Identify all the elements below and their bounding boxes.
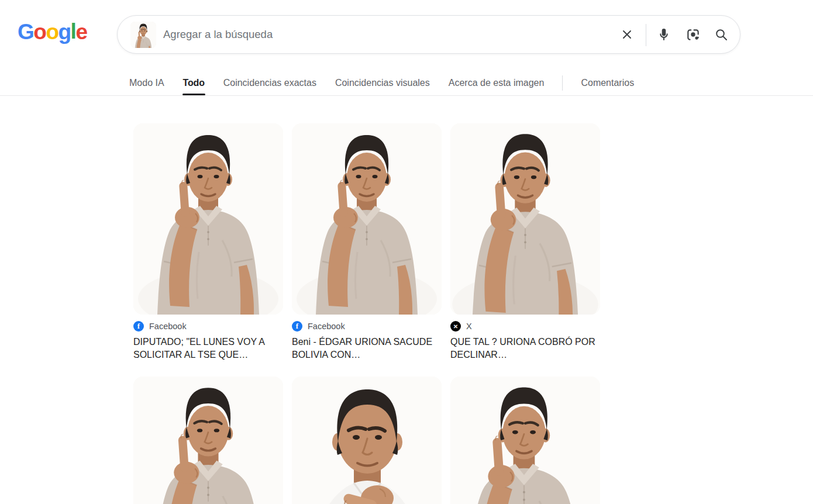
x-icon: ✕ [450, 321, 461, 332]
result-title[interactable]: QUE TAL ? URIONA COBRÓ POR DECLINAR… [450, 336, 600, 361]
tab-acerca-de-esta-imagen[interactable]: Acerca de esta imagen [448, 77, 545, 89]
result-source[interactable]: f Facebook [133, 321, 283, 332]
result-source-name: Facebook [308, 322, 345, 331]
facebook-icon: f [292, 321, 302, 332]
logo-letter: e [75, 20, 87, 44]
google-lens-results-page: Google [0, 0, 813, 504]
result-image[interactable] [450, 123, 600, 315]
tab-todo[interactable]: Todo [182, 77, 205, 89]
result-card: ✕ X QUE TAL ? URIONA COBRÓ POR DECLINAR… [450, 123, 600, 361]
result-card: f Facebook Beni - ÉDGAR URIONA SACUDE BO… [292, 123, 442, 361]
result-title[interactable]: DIPUTADO; "EL LUNES VOY A SOLICITAR AL T… [133, 336, 283, 361]
search-bar[interactable] [117, 15, 740, 54]
close-icon[interactable] [619, 27, 635, 42]
tabs-divider [562, 75, 563, 91]
result-card [292, 377, 442, 504]
lens-camera-icon[interactable] [685, 27, 701, 42]
result-card: f Facebook DIPUTADO; "EL LUNES VOY A SOL… [133, 123, 283, 361]
logo-letter: l [71, 19, 76, 44]
header: Google [0, 0, 813, 96]
microphone-icon[interactable] [656, 27, 671, 42]
logo-letter: o [46, 20, 58, 44]
logo-letter: G [18, 20, 33, 44]
result-filter-tabs: Modo IA Todo Coincidencias exactas Coinc… [129, 71, 635, 95]
result-source-name: Facebook [149, 322, 187, 331]
result-source[interactable]: f Facebook [292, 321, 442, 332]
result-source[interactable]: ✕ X [450, 321, 600, 332]
result-image[interactable] [292, 123, 442, 315]
results-grid: f Facebook DIPUTADO; "EL LUNES VOY A SOL… [133, 123, 600, 504]
result-title[interactable]: Beni - ÉDGAR URIONA SACUDE BOLIVIA CON… [292, 336, 442, 361]
tab-modo-ia[interactable]: Modo IA [129, 77, 165, 89]
facebook-icon: f [133, 321, 144, 332]
query-image-thumbnail[interactable] [130, 22, 156, 48]
result-image[interactable] [292, 377, 442, 504]
result-source-name: X [466, 322, 472, 331]
google-logo[interactable]: Google [18, 20, 87, 44]
result-card [133, 377, 283, 504]
magnifier-icon[interactable] [714, 27, 729, 42]
tab-coincidencias-visuales[interactable]: Coincidencias visuales [335, 77, 430, 89]
result-card [450, 377, 600, 504]
tab-comentarios[interactable]: Comentarios [580, 77, 635, 89]
searchbar-divider [646, 24, 646, 46]
logo-letter: g [58, 20, 71, 44]
result-image[interactable] [133, 123, 283, 315]
result-image[interactable] [450, 377, 600, 504]
result-image[interactable] [133, 377, 283, 504]
logo-letter: o [33, 20, 46, 44]
tab-coincidencias-exactas[interactable]: Coincidencias exactas [223, 77, 317, 89]
search-input[interactable] [163, 16, 608, 53]
